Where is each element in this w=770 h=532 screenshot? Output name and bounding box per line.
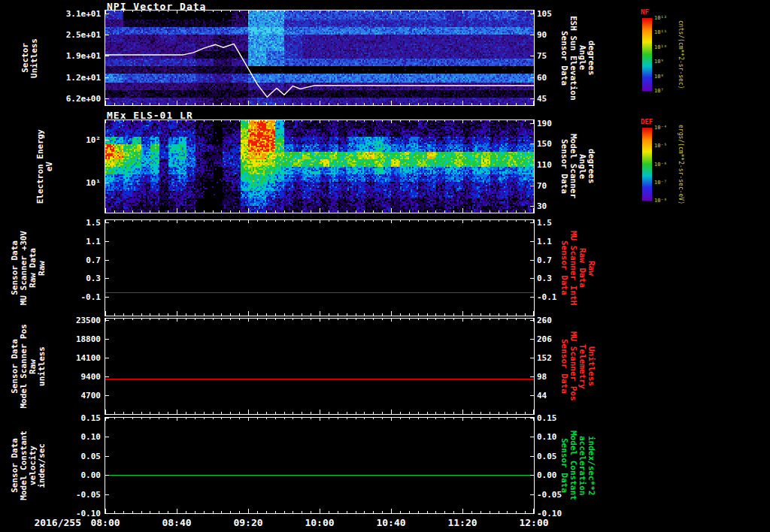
x-axis-tick-label: 08:40: [150, 517, 203, 528]
modelconst-right-axis-label: Sensor DataModel Constantaccelerationind…: [559, 418, 596, 513]
mu30v-left-tick-label: -0.1: [44, 292, 101, 302]
axis-label-line: index/sec: [38, 443, 47, 488]
axis-label-line: Sensor Data: [559, 438, 568, 493]
modelconst-left-axis-label: Sensor DataModel Constantvelocityindex/s…: [11, 418, 47, 513]
x-axis-tick-label: 08:00: [79, 517, 132, 528]
mu30v-left-tick-label: 0.3: [44, 274, 101, 283]
axis-label-line: degrees: [587, 41, 596, 75]
nf-colorbar-name: NF: [641, 8, 649, 16]
npi-left-tick-label: 1.2e+01: [44, 73, 101, 83]
axis-label-line: Unitless: [30, 38, 39, 78]
modelconst-left-tick-label: 0.00: [44, 470, 101, 480]
nf-colorbar-tick-label: 10⁸: [654, 74, 664, 80]
modelconst-left-tick-label: 0.10: [44, 432, 101, 442]
mu30v-left-tick-label: 1.1: [44, 237, 101, 246]
npi-left-tick-label: 6.2e+00: [44, 94, 101, 104]
nf-colorbar-tick-label: 10¹¹: [654, 29, 667, 35]
npi-left-tick-label: 1.9e+01: [44, 51, 101, 61]
axis-label-line: Raw Data: [578, 248, 587, 288]
axis-label-line: index/sec**2: [587, 436, 596, 495]
mu30v-left-tick-label: 0.7: [44, 255, 101, 265]
mu30v-right-axis-label: Sensor DataMU Scanner IntHRaw DataRaw: [559, 220, 596, 316]
scanpos-right-axis-label: Sensor DataMU Scanner PosTelemetryUnitle…: [559, 319, 596, 414]
npi-right-axis-label: Sensor DataESH Sun ElevationAngledegrees: [559, 11, 596, 105]
x-axis-tick-label: 12:00: [508, 517, 560, 528]
def-colorbar-tick-label: 10⁻⁶: [654, 162, 667, 168]
def-colorbar-tick-label: 10⁻⁴: [654, 125, 667, 131]
axis-label-line: unitless: [38, 346, 47, 386]
npi-left-tick-label: 3.1e+01: [44, 9, 101, 19]
els-right-axis-label: Sensor DataModel ScannerAngledegrees: [559, 120, 596, 213]
x-axis-tick-label: 10:40: [365, 517, 417, 528]
axis-label-line: eV: [45, 162, 54, 171]
modelconst-left-tick-label: 0.15: [44, 413, 101, 423]
axis-label-line: Model Constant: [568, 431, 578, 500]
def-colorbar-unit: ergs/(cm**2-sr-sec-eV): [676, 128, 685, 201]
axis-label-line: Sensor Data: [559, 31, 568, 86]
axis-label-line: Unitless: [587, 346, 596, 386]
nf-colorbar-tick-label: 10⁷: [654, 88, 664, 94]
npi-left-tick-label: 2.5e+01: [44, 30, 101, 40]
scanpos-left-axis-label: Sensor DataModel Scanner PosRawunitless: [11, 319, 47, 414]
axis-label-line: Raw: [38, 261, 47, 276]
nf-colorbar-tick-label: 10⁹: [654, 59, 664, 65]
axis-label-line: Sensor Data: [559, 139, 568, 194]
nf-colorbar-unit: cnts/(cm**2-sr-sec): [676, 18, 685, 91]
axis-label-line: Model Scanner: [568, 134, 578, 198]
axis-label-line: MU Scanner Pos: [568, 331, 578, 401]
mu30v-plot-canvas: [105, 219, 535, 316]
def-colorbar: [642, 128, 652, 201]
axis-label-line: ESH Sun Elevation: [568, 16, 578, 101]
def-colorbar-name: DEF: [641, 118, 653, 125]
npi-left-axis-label: SectorUnitless: [21, 11, 39, 105]
nf-colorbar-tick-label: 10¹²: [654, 15, 667, 21]
scanpos-left-tick-label: 4700: [44, 391, 101, 401]
def-colorbar-tick-label: 10⁻⁸: [654, 198, 667, 204]
modelconst-left-tick-label: 0.05: [44, 452, 101, 461]
axis-label-line: Angle: [578, 154, 587, 179]
axis-label-line: MU Scanner IntH: [568, 231, 578, 305]
scanpos-left-tick-label: 14100: [44, 353, 101, 363]
mu30v-left-tick-label: 1.5: [44, 218, 101, 228]
date-label: 2016/255: [12, 517, 81, 528]
def-colorbar-tick-label: 10⁻⁷: [654, 180, 667, 186]
axis-label-line: degrees: [587, 149, 596, 183]
scanpos-left-tick-label: 23500: [44, 316, 101, 325]
els-plot-canvas: [105, 119, 535, 213]
axis-label-line: Raw: [587, 261, 596, 276]
nf-colorbar-tick-label: 10¹⁰: [654, 44, 667, 50]
npi-plot-canvas: [105, 10, 535, 106]
scanpos-left-tick-label: 9400: [44, 372, 101, 382]
x-axis-tick-label: 11:20: [436, 517, 489, 528]
axis-label-line: Sensor Data: [559, 339, 568, 394]
axis-label-line: Angle: [578, 45, 587, 70]
modelconst-left-tick-label: -0.05: [44, 490, 101, 500]
nf-colorbar: [642, 18, 652, 91]
mu30v-left-axis-label: Sensor DataMU Scanner +30VRaw DataRaw: [11, 220, 47, 316]
axis-label-line: Telemetry: [578, 344, 587, 389]
axis-label-line: acceleration: [578, 436, 587, 495]
x-axis-tick-label: 09:20: [222, 517, 274, 528]
els-left-axis-label: Electron EnergyeV: [36, 120, 54, 213]
axis-label-line: Sensor Data: [559, 240, 568, 295]
x-axis-tick-label: 10:00: [293, 517, 346, 528]
telemetry-plot-page: NPI Vector Data MEx ELS-01 LR NF cnts/(c…: [0, 0, 770, 532]
modelconst-plot-canvas: [105, 417, 535, 514]
scanpos-plot-canvas: [105, 318, 535, 415]
def-colorbar-tick-label: 10⁻⁵: [654, 143, 667, 149]
scanpos-left-tick-label: 18800: [44, 334, 101, 344]
